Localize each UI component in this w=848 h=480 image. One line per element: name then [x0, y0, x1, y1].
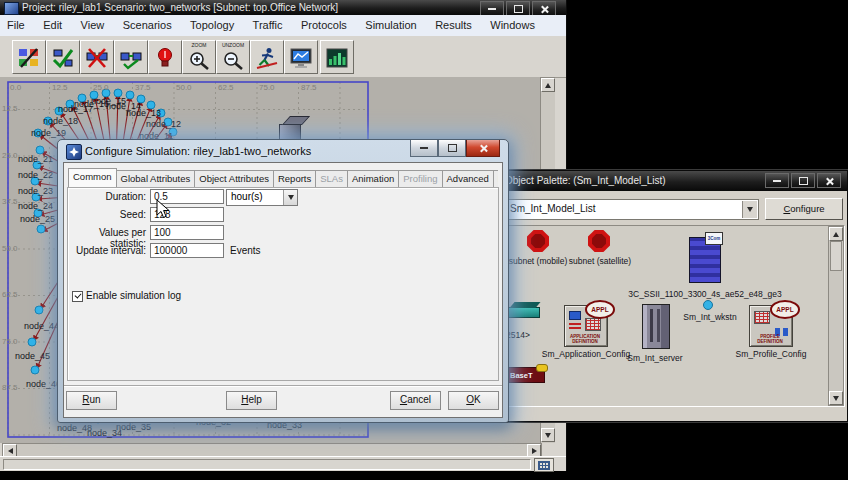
- dialog-minimize-button[interactable]: [410, 140, 438, 157]
- maximize-icon: [448, 144, 457, 152]
- run-button[interactable]: Run: [66, 391, 117, 410]
- verify-links-button[interactable]: [46, 40, 80, 74]
- menu-topology[interactable]: Topology: [183, 15, 241, 31]
- tab-common[interactable]: Common: [68, 168, 117, 187]
- router-2514-icon[interactable]: [506, 302, 540, 318]
- update-interval-input[interactable]: [150, 243, 224, 258]
- workstation-icon[interactable]: [703, 300, 713, 310]
- dialog-close-button[interactable]: [466, 140, 500, 157]
- switch-node[interactable]: [279, 116, 303, 141]
- node[interactable]: node_45: [15, 351, 50, 361]
- cancel-button[interactable]: Cancel: [390, 391, 441, 410]
- tab-advanced[interactable]: Advanced: [442, 170, 494, 187]
- node[interactable]: node_13: [126, 108, 161, 118]
- help-button[interactable]: Help: [226, 391, 277, 410]
- hide-show-graphs-button[interactable]: [320, 40, 354, 74]
- model-list-dropdown[interactable]: Sm_Int_Model_List: [505, 199, 759, 220]
- palette-maximize-button[interactable]: [791, 173, 815, 188]
- close-button[interactable]: [532, 1, 556, 15]
- palette-item-label[interactable]: Sm_Int_wkstn: [660, 312, 760, 322]
- subnet-mobile-icon[interactable]: [527, 230, 549, 252]
- dropdown-arrow-icon[interactable]: [283, 190, 297, 205]
- profile-config-icon[interactable]: PROFILE DEFINITION APPL: [749, 305, 793, 347]
- palette-item-label[interactable]: 3C_SSII_1100_3300_4s_ae52_e48_ge3: [620, 289, 790, 299]
- dialog-maximize-button[interactable]: [438, 140, 466, 157]
- tab-reports[interactable]: Reports: [273, 170, 316, 187]
- palette-scrollbar[interactable]: [828, 226, 844, 406]
- fail-objects-button[interactable]: [80, 40, 114, 74]
- recover-objects-button[interactable]: [114, 40, 148, 74]
- palette-close-button[interactable]: [817, 173, 841, 188]
- menu-simulation[interactable]: Simulation: [358, 15, 423, 31]
- minimize-button[interactable]: [480, 1, 504, 15]
- seed-label: Seed:: [68, 209, 146, 220]
- close-icon: [825, 177, 833, 185]
- scroll-up-button[interactable]: [541, 78, 555, 92]
- maximize-button[interactable]: [506, 1, 530, 15]
- ok-button[interactable]: OK: [448, 391, 499, 410]
- tab-object-attributes[interactable]: Object Attributes: [194, 170, 274, 187]
- ruler-top-3: 37.5: [135, 83, 151, 92]
- menu-edit[interactable]: Edit: [36, 15, 69, 31]
- menu-protocols[interactable]: Protocols: [294, 15, 354, 31]
- palette-scroll-down-button[interactable]: [829, 391, 843, 405]
- scroll-down-button[interactable]: [541, 428, 555, 442]
- run-simulation-button[interactable]: [250, 40, 284, 74]
- node[interactable]: node_18: [43, 116, 78, 126]
- node[interactable]: node_46: [26, 379, 61, 389]
- menu-scenarios[interactable]: Scenarios: [116, 15, 179, 31]
- node[interactable]: node_24: [18, 201, 53, 211]
- 10baset-link-icon[interactable]: BaseT: [504, 367, 545, 383]
- palette-minimize-button[interactable]: [765, 173, 789, 188]
- enable-simulation-log-label: Enable simulation log: [86, 290, 181, 301]
- server-icon[interactable]: [642, 304, 670, 349]
- appl-badge: APPL: [770, 300, 800, 319]
- palette-item-label[interactable]: Sm_Profile_Config: [711, 349, 831, 359]
- dropdown-arrow-icon[interactable]: [742, 201, 757, 218]
- tab-global-attributes[interactable]: Global Attributes: [116, 170, 196, 187]
- menu-windows[interactable]: Windows: [483, 15, 542, 31]
- node[interactable]: node_12: [146, 119, 181, 129]
- menu-results[interactable]: Results: [428, 15, 479, 31]
- configure-palette-button[interactable]: Configure Palette...: [765, 198, 843, 220]
- node[interactable]: node_19: [31, 128, 66, 138]
- node[interactable]: node_21: [18, 154, 53, 164]
- node[interactable]: node_23: [18, 186, 53, 196]
- duration-unit-dropdown[interactable]: hour(s): [226, 189, 298, 206]
- tab-animation[interactable]: Animation: [347, 170, 399, 187]
- appl-badge: APPL: [585, 300, 615, 319]
- node[interactable]: node_35: [116, 422, 151, 432]
- zoom-out-button[interactable]: UNZOOM: [216, 40, 250, 74]
- palette-item-label[interactable]: Sm_Int_server: [605, 353, 705, 363]
- menu-view[interactable]: View: [74, 15, 112, 31]
- zoom-in-icon: [187, 46, 211, 70]
- node[interactable]: node_44: [24, 321, 59, 331]
- ruler-top-6: 75.0: [259, 83, 275, 92]
- dialog-icon: [66, 144, 82, 160]
- zoom-in-button[interactable]: ZOOM: [182, 40, 216, 74]
- tab-slas: SLAs: [315, 170, 348, 187]
- application-config-icon[interactable]: APPLICATION DEFINITION APPL: [564, 305, 608, 347]
- ruler-left-2: 37.5: [2, 197, 18, 206]
- edit-attributes-button[interactable]: [12, 40, 46, 74]
- view-results-button[interactable]: [284, 40, 318, 74]
- tab-environment-files[interactable]: Environment Files: [493, 170, 498, 187]
- mouse-cursor: [156, 199, 170, 219]
- close-icon: [540, 5, 548, 13]
- node[interactable]: node_25: [20, 214, 55, 224]
- dialog-titlebar[interactable]: Configure Simulation: riley_lab1-two_net…: [58, 140, 508, 162]
- palette-scroll-up-button[interactable]: [829, 227, 843, 241]
- subnet-satellite-icon[interactable]: [588, 230, 610, 252]
- palette-item-label[interactable]: subnet (satellite): [560, 256, 640, 266]
- palette-scroll-thumb[interactable]: [830, 241, 842, 271]
- menu-file[interactable]: File: [0, 15, 32, 31]
- configure-failure-button[interactable]: [148, 40, 182, 74]
- scroll-left-icon: [8, 448, 13, 454]
- 3com-switch-icon[interactable]: 3Com: [689, 237, 721, 283]
- graphs-icon: [325, 46, 349, 70]
- values-per-statistic-input[interactable]: [150, 225, 224, 240]
- message-log-button[interactable]: [534, 458, 554, 472]
- enable-simulation-log-checkbox[interactable]: [72, 291, 83, 302]
- menu-traffic[interactable]: Traffic: [246, 15, 290, 31]
- node[interactable]: node_22: [18, 170, 53, 180]
